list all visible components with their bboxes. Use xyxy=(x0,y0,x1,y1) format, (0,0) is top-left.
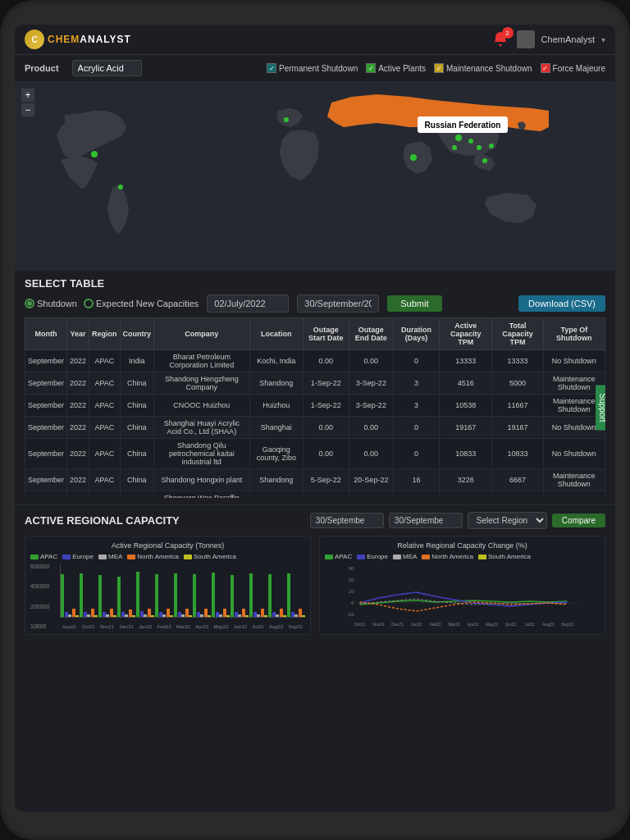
bar-group xyxy=(268,574,286,617)
table-cell: 2022 xyxy=(67,439,89,469)
col-active-cap: Active Capacity TPM xyxy=(439,318,492,350)
line-chart-box: Relative Regional Capacity Change (%) AP… xyxy=(319,536,605,635)
bar-legend-dot-apac xyxy=(30,555,39,559)
table-cell: Shandong xyxy=(249,372,303,395)
col-month: Month xyxy=(25,318,67,350)
col-duration: Duration (Days) xyxy=(394,318,440,350)
bar xyxy=(178,612,181,618)
legend-maintenance: ✓ Maintenance Shutdown xyxy=(434,63,532,73)
bar xyxy=(235,612,238,618)
bar-legend-mea: MEA xyxy=(98,553,122,560)
line-legend-sa: South America xyxy=(478,553,531,560)
radio-dot-new-cap xyxy=(84,299,94,308)
support-tab[interactable]: Support xyxy=(596,385,605,430)
table-cell: China xyxy=(120,395,154,417)
world-map[interactable]: + − xyxy=(15,82,615,271)
bar xyxy=(148,609,151,617)
table-cell: 0.00 xyxy=(303,417,349,439)
table-cell: 2022 xyxy=(67,491,89,499)
table-cell: September xyxy=(25,350,67,372)
bar xyxy=(200,614,203,617)
user-avatar xyxy=(517,30,535,48)
bar xyxy=(125,614,128,617)
table-row: September2022APACIndiaBharat Petroleum C… xyxy=(25,350,605,372)
table-row: September2022APACChinaShandong Hongxin p… xyxy=(25,469,605,491)
table-cell: 0.00 xyxy=(349,439,393,469)
date-from-input[interactable] xyxy=(207,294,289,313)
region-select[interactable]: Select Region xyxy=(468,512,547,529)
bar-group xyxy=(136,572,154,617)
radio-expected-new-capacities[interactable]: Expected New Capacities xyxy=(84,299,199,308)
legend-checkbox-maintenance[interactable]: ✓ xyxy=(434,63,444,73)
svg-text:Sep22: Sep22 xyxy=(561,622,573,627)
bar xyxy=(280,609,283,617)
svg-text:Oct21: Oct21 xyxy=(354,622,366,627)
table-cell: 0.00 xyxy=(303,439,349,469)
user-dropdown-icon[interactable]: ▾ xyxy=(601,35,605,44)
bar-group xyxy=(212,573,230,617)
line-legend-dot-sa xyxy=(478,555,486,559)
table-cell: 20-Sep-22 xyxy=(349,469,393,491)
bar xyxy=(245,615,249,617)
arc-header: ACTIVE REGIONAL CAPACITY Select Region C… xyxy=(25,512,605,529)
table-cell: 0 xyxy=(394,350,440,372)
table-cell: Shandong xyxy=(249,469,303,491)
bar xyxy=(162,614,166,617)
svg-text:-10: -10 xyxy=(347,612,354,617)
svg-text:0: 0 xyxy=(351,600,354,605)
bar xyxy=(106,614,109,617)
submit-button[interactable]: Submit xyxy=(387,295,441,312)
bar xyxy=(98,575,102,617)
table-cell: Gaoqing county, Zibo xyxy=(249,439,303,469)
col-outage-start: Outage Start Date xyxy=(303,318,349,350)
table-cell: Bharat Petroleum Corporation Limited xyxy=(154,350,250,372)
bar xyxy=(94,615,98,617)
map-zoom-in[interactable]: + xyxy=(21,89,34,102)
svg-text:Nov21: Nov21 xyxy=(372,622,385,627)
table-cell: 0.00 xyxy=(303,491,349,499)
bar xyxy=(283,615,286,617)
data-table: Month Year Region Country Company Locati… xyxy=(25,317,605,498)
bar xyxy=(174,573,177,617)
map-zoom-out[interactable]: − xyxy=(21,103,34,116)
arc-date1[interactable] xyxy=(310,513,384,528)
svg-point-2 xyxy=(91,151,98,158)
download-button[interactable]: Download (CSV) xyxy=(518,295,605,312)
compare-button[interactable]: Compare xyxy=(552,514,605,527)
table-cell: 2022 xyxy=(67,372,89,395)
bar xyxy=(181,614,185,617)
table-cell: No Shutdown xyxy=(543,439,605,469)
svg-point-8 xyxy=(477,145,482,150)
table-cell: 10833 xyxy=(492,491,543,499)
bar-legend-europe: Europe xyxy=(62,553,94,560)
svg-point-11 xyxy=(452,145,457,150)
svg-text:Dec21: Dec21 xyxy=(391,622,404,627)
notification-icon[interactable]: 2 xyxy=(492,30,510,48)
bar xyxy=(249,573,253,617)
table-cell: APAC xyxy=(89,395,121,417)
notification-badge: 2 xyxy=(502,27,514,39)
svg-point-6 xyxy=(455,135,462,141)
bar xyxy=(294,614,298,617)
legend-checkbox-force[interactable]: ✓ xyxy=(541,63,550,73)
date-to-input[interactable] xyxy=(297,294,379,313)
svg-point-7 xyxy=(468,139,473,144)
svg-point-0 xyxy=(499,44,501,47)
table-cell: 0.00 xyxy=(349,417,393,439)
table-cell: 19167 xyxy=(439,417,492,439)
legend-checkbox-permanent[interactable]: ✓ xyxy=(267,63,276,73)
svg-point-5 xyxy=(410,154,417,161)
product-select[interactable]: Acrylic Acid xyxy=(72,60,142,76)
header: C CHEMANALYST 2 ChemAnalyst ▾ xyxy=(15,25,615,55)
arc-date2[interactable] xyxy=(389,513,463,528)
svg-point-4 xyxy=(284,117,289,122)
bar-group xyxy=(61,574,79,617)
table-cell: Kochi, India xyxy=(249,350,303,372)
bar-chart-box: Active Regional Capacity (Tonnes) APAC E… xyxy=(25,536,311,635)
legend-checkbox-active[interactable]: ✓ xyxy=(366,63,376,73)
bar xyxy=(151,615,154,617)
bar xyxy=(121,612,125,618)
table-row: September2022APACChinaCNOOC HuizhouHuizh… xyxy=(25,395,605,417)
table-cell: September xyxy=(25,469,67,491)
radio-shutdown[interactable]: Shutdown xyxy=(25,299,77,308)
